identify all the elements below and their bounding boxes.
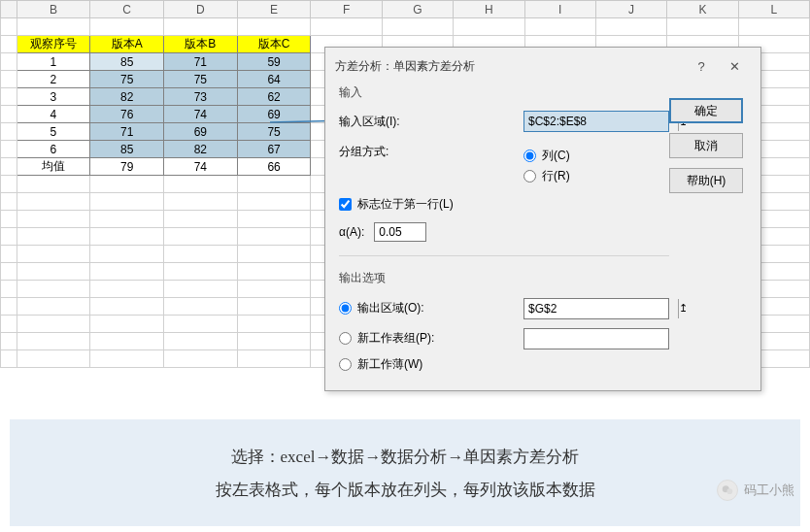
group-by-row-radio[interactable] bbox=[523, 170, 536, 183]
group-by-column-label: 列(C) bbox=[542, 148, 570, 164]
caption-box: 选择：excel→数据→数据分析→单因素方差分析 按左表格式，每个版本放在列头，… bbox=[10, 419, 800, 526]
alpha-label: α(A): bbox=[339, 225, 364, 239]
col-F[interactable]: F bbox=[311, 1, 382, 18]
cancel-button[interactable]: 取消 bbox=[669, 133, 743, 158]
new-sheet-name-input[interactable] bbox=[524, 329, 678, 349]
labels-first-row-checkbox[interactable] bbox=[339, 198, 352, 211]
output-group-label: 输出选项 bbox=[339, 270, 669, 286]
col-J[interactable]: J bbox=[595, 1, 666, 18]
group-by-column-radio[interactable] bbox=[523, 150, 536, 162]
col-C[interactable]: C bbox=[90, 1, 164, 18]
new-workbook-label: 新工作薄(W) bbox=[357, 356, 422, 373]
hdr-verA[interactable]: 版本A bbox=[90, 36, 164, 53]
col-L[interactable]: L bbox=[738, 1, 809, 18]
new-sheet-radio[interactable] bbox=[339, 332, 352, 345]
hdr-obs[interactable]: 观察序号 bbox=[17, 36, 90, 53]
output-range-label: 输出区域(O): bbox=[357, 300, 424, 316]
watermark: 码工小熊 bbox=[717, 480, 794, 501]
input-range-field[interactable]: ↥ bbox=[523, 111, 669, 132]
input-range-input[interactable] bbox=[524, 112, 678, 131]
dialog-title: 方差分析：单因素方差分析 bbox=[335, 58, 475, 75]
labels-first-row-label: 标志位于第一行(L) bbox=[357, 196, 454, 213]
new-sheet-name-field[interactable] bbox=[523, 328, 669, 349]
input-group-label: 输入 bbox=[339, 84, 669, 101]
group-by-label: 分组方式: bbox=[339, 144, 436, 160]
col-K[interactable]: K bbox=[667, 1, 738, 18]
ok-button[interactable]: 确定 bbox=[669, 98, 743, 123]
hdr-verB[interactable]: 版本B bbox=[164, 36, 238, 53]
hdr-verC[interactable]: 版本C bbox=[237, 36, 311, 53]
col-I[interactable]: I bbox=[524, 1, 595, 18]
alpha-input[interactable] bbox=[374, 222, 426, 242]
close-button[interactable]: ✕ bbox=[718, 55, 751, 77]
help-button-side[interactable]: 帮助(H) bbox=[669, 168, 743, 193]
col-D[interactable]: D bbox=[164, 1, 238, 18]
col-H[interactable]: H bbox=[454, 1, 524, 18]
output-range-input[interactable] bbox=[524, 299, 678, 318]
col-E[interactable]: E bbox=[237, 1, 311, 18]
new-workbook-radio[interactable] bbox=[339, 358, 352, 371]
anova-dialog: 方差分析：单因素方差分析 ? ✕ 输入 输入区域(I): ↥ 分组方式: bbox=[324, 47, 761, 391]
column-headers: B C D E F G H I J K L bbox=[1, 1, 810, 18]
input-range-label: 输入区域(I): bbox=[339, 114, 436, 130]
col-B[interactable]: B bbox=[17, 1, 90, 18]
help-button[interactable]: ? bbox=[685, 55, 718, 77]
wechat-icon bbox=[717, 480, 738, 501]
new-sheet-label: 新工作表组(P): bbox=[357, 330, 434, 347]
output-range-radio[interactable] bbox=[339, 302, 352, 315]
caption-line-1: 选择：excel→数据→数据分析→单因素方差分析 bbox=[19, 441, 791, 474]
col-G[interactable]: G bbox=[382, 1, 453, 18]
caption-line-2: 按左表格式，每个版本放在列头，每列放该版本数据 bbox=[19, 474, 791, 507]
svg-point-3 bbox=[726, 488, 732, 494]
output-range-field[interactable]: ↥ bbox=[523, 298, 669, 319]
group-by-row-label: 行(R) bbox=[542, 168, 570, 184]
watermark-text: 码工小熊 bbox=[744, 482, 794, 499]
